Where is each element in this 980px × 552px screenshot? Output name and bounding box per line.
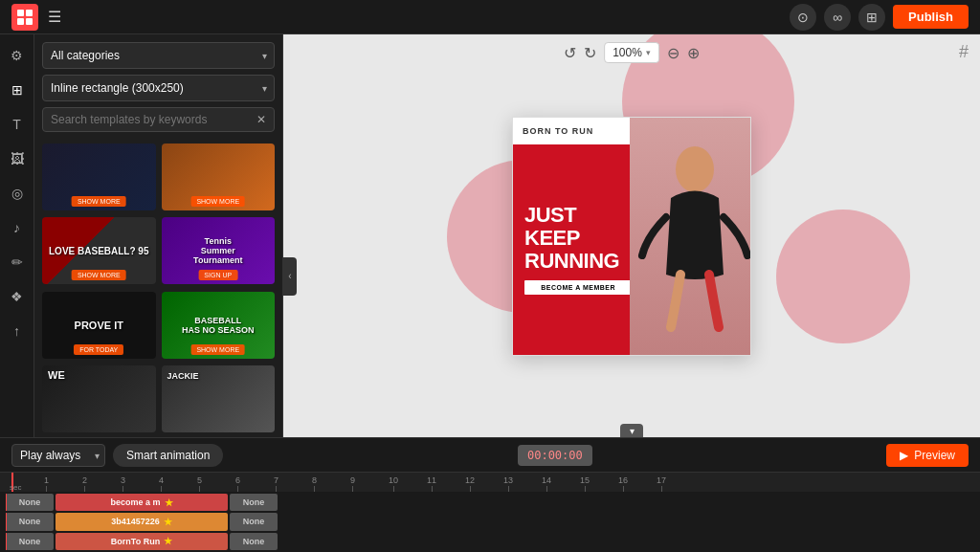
sidebar-icon-pen[interactable]: ✏ xyxy=(4,249,31,276)
canvas-bottom-handle[interactable]: ▾ xyxy=(620,424,643,437)
svg-rect-2 xyxy=(17,18,24,25)
template-btn-5[interactable]: FOR TODAY xyxy=(74,344,123,355)
track2-star-icon: ★ xyxy=(164,517,172,527)
header-left: ☰ xyxy=(11,4,61,31)
ruler-ticks: sec 1 2 3 4 5 6 7 8 9 10 11 12 13 14 15 … xyxy=(6,473,980,492)
canvas-area: ↺ ↻ 100% ▾ ⊖ ⊕ # BORN TO RUN 🏃 JUS xyxy=(283,34,980,437)
ruler-tick-17: 17 xyxy=(657,475,666,492)
track1-main-segment[interactable]: become a m ★ xyxy=(56,494,228,511)
zoom-out-button[interactable]: ⊖ xyxy=(667,44,679,62)
sidebar-icon-layers[interactable]: ⊞ xyxy=(4,77,31,103)
track1-none-left[interactable]: None xyxy=(6,494,54,511)
play-mode-select[interactable]: Play always xyxy=(11,444,105,467)
sidebar-icon-upload[interactable]: ↑ xyxy=(4,318,31,344)
ad-cta: BECOME A MEMBER xyxy=(524,280,632,295)
track3-main-segment[interactable]: BornTo Run ★ xyxy=(56,533,228,550)
search-box: ✕ xyxy=(42,107,275,132)
search-input[interactable] xyxy=(51,113,256,126)
timeline-controls: Play always Smart animation 00:00:00 ▶ P… xyxy=(0,438,980,473)
ruler-tick-2: 2 xyxy=(82,475,87,492)
ad-main-section: JUST KEEP RUNNING BECOME A MEMBER xyxy=(513,144,643,355)
track-1: None become a m ★ None xyxy=(0,494,980,511)
redo-button[interactable]: ↻ xyxy=(584,44,596,62)
ruler-tick-10: 10 xyxy=(389,475,398,492)
template-label-6: BASEBALLHAS NO SEASON xyxy=(176,310,260,341)
track1-none-right[interactable]: None xyxy=(230,494,278,511)
ad-headline-line2: KEEP xyxy=(524,227,632,250)
size-select[interactable]: Inline rectangle (300x250) xyxy=(42,75,275,101)
sidebar-icon-text[interactable]: T xyxy=(4,111,31,138)
target-icon-btn[interactable]: ⊙ xyxy=(790,4,816,31)
ruler-tick-15: 15 xyxy=(580,475,590,492)
ruler-tick-13: 13 xyxy=(503,475,513,492)
runner-figure xyxy=(630,118,751,355)
sidebar-icon-circle[interactable]: ◎ xyxy=(4,180,31,207)
sidebar-icon-image[interactable]: 🖼 xyxy=(4,145,31,172)
track3-none-right[interactable]: None xyxy=(230,533,278,550)
sidebar-icon-shapes[interactable]: ❖ xyxy=(4,283,31,310)
svg-rect-1 xyxy=(26,10,33,16)
ruler-tick-1: 1 xyxy=(44,475,49,492)
template-item-8[interactable]: JACKIE xyxy=(162,365,276,432)
template-label-8: JACKIE xyxy=(162,365,205,386)
template-item-4[interactable]: TennisSummerTournament SIGN UP xyxy=(162,217,276,284)
smart-animation-button[interactable]: Smart animation xyxy=(113,444,223,467)
timeline-area: Play always Smart animation 00:00:00 ▶ P… xyxy=(0,437,980,552)
category-select-wrapper: All categories ▾ xyxy=(42,42,275,69)
template-btn-4[interactable]: SIGN UP xyxy=(198,270,237,280)
template-btn-2[interactable]: SHOW MORE xyxy=(190,196,245,207)
ruler-tick-4: 4 xyxy=(159,475,164,492)
track2-none-left[interactable]: None xyxy=(6,513,54,530)
category-select[interactable]: All categories xyxy=(42,42,275,69)
track-cursor-1 xyxy=(6,494,7,511)
ruler-tick-8: 8 xyxy=(312,475,317,492)
template-item-5[interactable]: PROVE IT FOR TODAY xyxy=(42,292,156,359)
ad-card[interactable]: BORN TO RUN 🏃 JUST KEEP RUNNING BECOME A… xyxy=(512,117,751,356)
ruler-tick-3: 3 xyxy=(121,475,125,492)
size-select-wrapper: Inline rectangle (300x250) ▾ xyxy=(42,75,275,101)
runner-svg xyxy=(637,141,751,332)
zoom-in-button[interactable]: ⊕ xyxy=(687,44,700,62)
track2-main-segment[interactable]: 3b41457226 ★ xyxy=(56,513,228,530)
template-btn-1[interactable]: SHOW MORE xyxy=(72,196,126,207)
svg-point-4 xyxy=(676,146,714,192)
svg-rect-3 xyxy=(26,18,33,25)
track3-none-left[interactable]: None xyxy=(6,533,54,550)
publish-button[interactable]: Publish xyxy=(893,5,969,29)
template-item-3[interactable]: LOVE BASEBALL? 95 SHOW MORE xyxy=(42,217,156,284)
template-label-3: LOVE BASEBALL? 95 xyxy=(43,240,154,262)
template-btn-6[interactable]: SHOW MORE xyxy=(190,344,245,355)
panel-collapse-handle[interactable]: ‹ xyxy=(283,257,297,296)
zoom-display[interactable]: 100% ▾ xyxy=(604,42,659,63)
track-3: None BornTo Run ★ None xyxy=(0,533,980,550)
canvas-toolbar: ↺ ↻ 100% ▾ ⊖ ⊕ xyxy=(564,42,700,63)
template-label-1 xyxy=(97,175,100,179)
ruler-tick-12: 12 xyxy=(465,475,475,492)
sidebar-icon-settings[interactable]: ⚙ xyxy=(4,42,31,69)
timecode-display: 00:00:00 xyxy=(518,445,592,466)
template-item-7[interactable]: WE xyxy=(42,365,156,432)
zoom-arrow-icon: ▾ xyxy=(646,48,651,57)
template-label-2 xyxy=(216,175,220,179)
template-btn-3[interactable]: SHOW MORE xyxy=(72,270,126,280)
undo-button[interactable]: ↺ xyxy=(564,44,576,62)
ad-headline: JUST KEEP RUNNING xyxy=(524,204,632,274)
template-item-1[interactable]: SHOW MORE xyxy=(42,144,156,210)
template-item-2[interactable]: SHOW MORE xyxy=(162,144,276,210)
templates-grid: SHOW MORE SHOW MORE LOVE BASEBALL? 95 SH… xyxy=(34,140,282,437)
svg-rect-0 xyxy=(17,10,24,16)
header-right: ⊙ ∞ ⊞ Publish xyxy=(790,4,969,31)
template-item-6[interactable]: BASEBALLHAS NO SEASON SHOW MORE xyxy=(162,292,276,359)
track2-none-right[interactable]: None xyxy=(230,513,278,530)
grid-icon-btn[interactable]: ⊞ xyxy=(858,4,885,31)
search-clear-icon[interactable]: ✕ xyxy=(256,113,266,126)
header: ☰ ⊙ ∞ ⊞ Publish xyxy=(0,0,980,34)
link-icon-btn[interactable]: ∞ xyxy=(824,4,851,31)
sidebar-icon-music[interactable]: ♪ xyxy=(4,214,31,241)
ruler-label-sec: sec xyxy=(10,483,21,492)
ruler-tick-16: 16 xyxy=(618,475,628,492)
zoom-value: 100% xyxy=(612,46,642,59)
preview-button[interactable]: ▶ Preview xyxy=(886,444,969,467)
main-layout: ⚙ ⊞ T 🖼 ◎ ♪ ✏ ❖ ↑ All categories ▾ Inlin… xyxy=(0,34,980,437)
hamburger-menu[interactable]: ☰ xyxy=(48,8,61,26)
